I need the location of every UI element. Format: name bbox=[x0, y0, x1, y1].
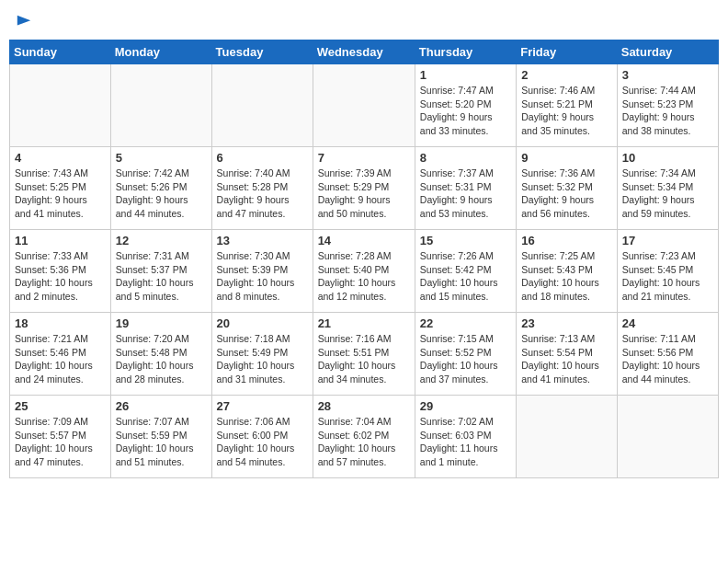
day-info: Sunrise: 7:47 AM Sunset: 5:20 PM Dayligh… bbox=[420, 84, 511, 138]
calendar-cell bbox=[10, 64, 111, 147]
day-info: Sunrise: 7:21 AM Sunset: 5:46 PM Dayligh… bbox=[15, 332, 106, 386]
day-info: Sunrise: 7:33 AM Sunset: 5:36 PM Dayligh… bbox=[15, 249, 106, 304]
day-number: 29 bbox=[420, 399, 511, 413]
day-info: Sunrise: 7:40 AM Sunset: 5:28 PM Dayligh… bbox=[217, 167, 308, 221]
calendar-cell: 3Sunrise: 7:44 AM Sunset: 5:23 PM Daylig… bbox=[617, 64, 718, 147]
calendar-cell: 4Sunrise: 7:43 AM Sunset: 5:25 PM Daylig… bbox=[10, 147, 111, 230]
day-info: Sunrise: 7:37 AM Sunset: 5:31 PM Dayligh… bbox=[420, 167, 511, 221]
calendar-cell: 8Sunrise: 7:37 AM Sunset: 5:31 PM Daylig… bbox=[415, 147, 516, 230]
day-info: Sunrise: 7:31 AM Sunset: 5:37 PM Dayligh… bbox=[116, 249, 207, 304]
day-info: Sunrise: 7:28 AM Sunset: 5:40 PM Dayligh… bbox=[318, 249, 410, 304]
day-number: 27 bbox=[217, 399, 308, 413]
calendar-cell: 28Sunrise: 7:04 AM Sunset: 6:02 PM Dayli… bbox=[313, 396, 415, 478]
day-info: Sunrise: 7:13 AM Sunset: 5:54 PM Dayligh… bbox=[521, 332, 612, 386]
day-info: Sunrise: 7:43 AM Sunset: 5:25 PM Dayligh… bbox=[15, 167, 106, 221]
day-number: 3 bbox=[622, 68, 713, 82]
calendar-cell: 1Sunrise: 7:47 AM Sunset: 5:20 PM Daylig… bbox=[415, 64, 516, 147]
day-number: 16 bbox=[521, 234, 612, 247]
day-info: Sunrise: 7:07 AM Sunset: 5:59 PM Dayligh… bbox=[116, 415, 207, 469]
day-info: Sunrise: 7:46 AM Sunset: 5:21 PM Dayligh… bbox=[521, 84, 612, 138]
calendar-cell: 19Sunrise: 7:20 AM Sunset: 5:48 PM Dayli… bbox=[110, 313, 211, 396]
calendar-cell bbox=[313, 64, 415, 147]
calendar-cell: 21Sunrise: 7:16 AM Sunset: 5:51 PM Dayli… bbox=[313, 313, 415, 396]
calendar-cell: 2Sunrise: 7:46 AM Sunset: 5:21 PM Daylig… bbox=[517, 64, 618, 147]
weekday-header-friday: Friday bbox=[517, 40, 618, 64]
calendar-cell: 15Sunrise: 7:26 AM Sunset: 5:42 PM Dayli… bbox=[415, 230, 516, 313]
week-row-2: 4Sunrise: 7:43 AM Sunset: 5:25 PM Daylig… bbox=[10, 147, 719, 230]
day-number: 17 bbox=[622, 234, 713, 247]
day-number: 8 bbox=[420, 151, 511, 165]
day-number: 5 bbox=[116, 151, 207, 165]
day-number: 11 bbox=[15, 234, 106, 247]
week-row-4: 18Sunrise: 7:21 AM Sunset: 5:46 PM Dayli… bbox=[10, 313, 719, 396]
day-number: 24 bbox=[622, 316, 713, 330]
day-info: Sunrise: 7:23 AM Sunset: 5:45 PM Dayligh… bbox=[622, 249, 713, 304]
logo bbox=[14, 14, 32, 30]
day-info: Sunrise: 7:26 AM Sunset: 5:42 PM Dayligh… bbox=[420, 249, 511, 304]
day-number: 15 bbox=[420, 234, 511, 247]
day-number: 21 bbox=[318, 316, 410, 330]
day-number: 1 bbox=[420, 68, 511, 82]
day-number: 10 bbox=[622, 151, 713, 165]
day-info: Sunrise: 7:34 AM Sunset: 5:34 PM Dayligh… bbox=[622, 167, 713, 221]
weekday-header-thursday: Thursday bbox=[415, 40, 516, 64]
day-info: Sunrise: 7:20 AM Sunset: 5:48 PM Dayligh… bbox=[116, 332, 207, 386]
calendar-cell: 27Sunrise: 7:06 AM Sunset: 6:00 PM Dayli… bbox=[211, 396, 313, 478]
calendar-cell: 17Sunrise: 7:23 AM Sunset: 5:45 PM Dayli… bbox=[617, 230, 718, 313]
day-number: 20 bbox=[217, 316, 308, 330]
day-info: Sunrise: 7:42 AM Sunset: 5:26 PM Dayligh… bbox=[116, 167, 207, 221]
calendar-cell bbox=[211, 64, 313, 147]
calendar-cell: 6Sunrise: 7:40 AM Sunset: 5:28 PM Daylig… bbox=[211, 147, 313, 230]
calendar-cell bbox=[617, 396, 718, 478]
calendar-cell bbox=[110, 64, 211, 147]
day-number: 9 bbox=[521, 151, 612, 165]
calendar-cell: 14Sunrise: 7:28 AM Sunset: 5:40 PM Dayli… bbox=[313, 230, 415, 313]
calendar-cell: 22Sunrise: 7:15 AM Sunset: 5:52 PM Dayli… bbox=[415, 313, 516, 396]
calendar-cell: 24Sunrise: 7:11 AM Sunset: 5:56 PM Dayli… bbox=[617, 313, 718, 396]
day-number: 13 bbox=[217, 234, 308, 247]
day-info: Sunrise: 7:36 AM Sunset: 5:32 PM Dayligh… bbox=[521, 167, 612, 221]
logo-flag-icon bbox=[16, 14, 32, 30]
weekday-header-wednesday: Wednesday bbox=[313, 40, 415, 64]
day-info: Sunrise: 7:09 AM Sunset: 5:57 PM Dayligh… bbox=[15, 415, 106, 469]
calendar-cell: 25Sunrise: 7:09 AM Sunset: 5:57 PM Dayli… bbox=[10, 396, 111, 478]
day-info: Sunrise: 7:04 AM Sunset: 6:02 PM Dayligh… bbox=[318, 415, 410, 469]
week-row-5: 25Sunrise: 7:09 AM Sunset: 5:57 PM Dayli… bbox=[10, 396, 719, 478]
day-number: 26 bbox=[116, 399, 207, 413]
calendar-cell: 12Sunrise: 7:31 AM Sunset: 5:37 PM Dayli… bbox=[110, 230, 211, 313]
calendar-cell: 26Sunrise: 7:07 AM Sunset: 5:59 PM Dayli… bbox=[110, 396, 211, 478]
calendar-cell: 7Sunrise: 7:39 AM Sunset: 5:29 PM Daylig… bbox=[313, 147, 415, 230]
day-info: Sunrise: 7:30 AM Sunset: 5:39 PM Dayligh… bbox=[217, 249, 308, 304]
day-info: Sunrise: 7:16 AM Sunset: 5:51 PM Dayligh… bbox=[318, 332, 410, 386]
day-info: Sunrise: 7:02 AM Sunset: 6:03 PM Dayligh… bbox=[420, 415, 511, 469]
calendar-cell: 29Sunrise: 7:02 AM Sunset: 6:03 PM Dayli… bbox=[415, 396, 516, 478]
day-info: Sunrise: 7:15 AM Sunset: 5:52 PM Dayligh… bbox=[420, 332, 511, 386]
svg-marker-0 bbox=[17, 16, 30, 26]
weekday-header-saturday: Saturday bbox=[617, 40, 718, 64]
calendar-cell: 23Sunrise: 7:13 AM Sunset: 5:54 PM Dayli… bbox=[517, 313, 618, 396]
weekday-header-monday: Monday bbox=[110, 40, 211, 64]
calendar-cell: 5Sunrise: 7:42 AM Sunset: 5:26 PM Daylig… bbox=[110, 147, 211, 230]
calendar-cell: 20Sunrise: 7:18 AM Sunset: 5:49 PM Dayli… bbox=[211, 313, 313, 396]
day-number: 25 bbox=[15, 399, 106, 413]
day-number: 22 bbox=[420, 316, 511, 330]
day-info: Sunrise: 7:11 AM Sunset: 5:56 PM Dayligh… bbox=[622, 332, 713, 386]
day-number: 4 bbox=[15, 151, 106, 165]
calendar-cell: 11Sunrise: 7:33 AM Sunset: 5:36 PM Dayli… bbox=[10, 230, 111, 313]
day-info: Sunrise: 7:39 AM Sunset: 5:29 PM Dayligh… bbox=[318, 167, 410, 221]
calendar-table: SundayMondayTuesdayWednesdayThursdayFrid… bbox=[9, 40, 719, 478]
day-number: 2 bbox=[521, 68, 612, 82]
week-row-1: 1Sunrise: 7:47 AM Sunset: 5:20 PM Daylig… bbox=[10, 64, 719, 147]
calendar-cell: 10Sunrise: 7:34 AM Sunset: 5:34 PM Dayli… bbox=[617, 147, 718, 230]
day-info: Sunrise: 7:44 AM Sunset: 5:23 PM Dayligh… bbox=[622, 84, 713, 138]
day-number: 23 bbox=[521, 316, 612, 330]
calendar-cell bbox=[517, 396, 618, 478]
day-number: 28 bbox=[318, 399, 410, 413]
calendar-cell: 16Sunrise: 7:25 AM Sunset: 5:43 PM Dayli… bbox=[517, 230, 618, 313]
day-info: Sunrise: 7:25 AM Sunset: 5:43 PM Dayligh… bbox=[521, 249, 612, 304]
calendar-cell: 9Sunrise: 7:36 AM Sunset: 5:32 PM Daylig… bbox=[517, 147, 618, 230]
day-number: 19 bbox=[116, 316, 207, 330]
calendar-cell: 13Sunrise: 7:30 AM Sunset: 5:39 PM Dayli… bbox=[211, 230, 313, 313]
day-number: 14 bbox=[318, 234, 410, 247]
day-info: Sunrise: 7:18 AM Sunset: 5:49 PM Dayligh… bbox=[217, 332, 308, 386]
